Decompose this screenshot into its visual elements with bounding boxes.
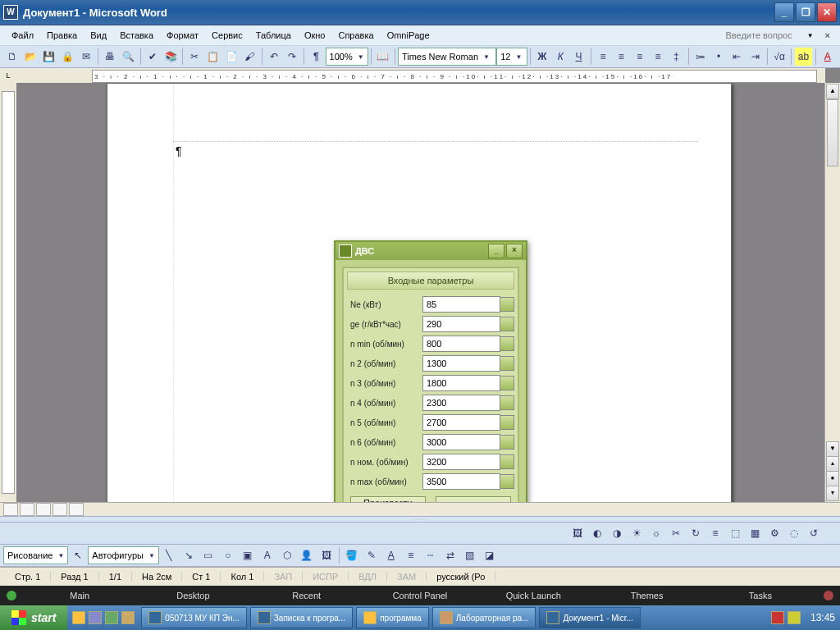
spell-icon[interactable]: ✔ <box>144 48 160 66</box>
start-button[interactable]: start <box>0 605 67 630</box>
web-view-icon[interactable] <box>20 503 34 516</box>
font-combo[interactable]: Times New Roman▼ <box>398 48 496 66</box>
calculate-button[interactable]: Произвести расчет <box>350 496 426 502</box>
param-input[interactable]: 2300 <box>422 395 500 411</box>
param-input[interactable]: 85 <box>422 296 500 313</box>
format-painter-icon[interactable]: 🖌 <box>241 48 258 66</box>
param-ellipsis-button[interactable] <box>500 317 514 331</box>
insert-pic-icon[interactable]: 🖼 <box>317 546 336 564</box>
maximize-button[interactable]: ❐ <box>796 2 815 22</box>
task-button[interactable]: Записка к програ... <box>250 607 353 628</box>
outdent-icon[interactable]: ⇤ <box>728 48 745 66</box>
param-input[interactable]: 800 <box>422 336 500 352</box>
line-weight-icon[interactable]: ≡ <box>402 546 420 564</box>
outline-view-icon[interactable] <box>52 503 67 516</box>
drawing-menu[interactable]: Рисование▼ <box>3 546 68 564</box>
param-ellipsis-button[interactable] <box>500 376 514 390</box>
crop-icon[interactable]: ✂ <box>667 524 685 542</box>
align-left-icon[interactable]: ≡ <box>595 48 611 66</box>
param-ellipsis-button[interactable] <box>500 474 514 489</box>
param-input[interactable]: 3500 <box>422 473 500 490</box>
menu-view[interactable]: Вид <box>84 29 113 42</box>
open-icon[interactable]: 📂 <box>22 48 39 66</box>
save-icon[interactable]: 💾 <box>41 48 57 66</box>
normal-view-icon[interactable] <box>3 503 18 516</box>
numbering-icon[interactable]: ≔ <box>692 48 709 66</box>
param-ellipsis-button[interactable] <box>500 415 514 430</box>
clipart-icon[interactable]: 👤 <box>298 546 316 564</box>
arrow-style-icon[interactable]: ⇄ <box>441 546 459 564</box>
redo-icon[interactable]: ↷ <box>284 48 300 66</box>
font-size-combo[interactable]: 12▼ <box>496 48 527 66</box>
undo-icon[interactable]: ↶ <box>266 48 282 66</box>
task-button[interactable]: Лабораторная ра... <box>432 607 536 628</box>
dialog-close-button[interactable]: × <box>506 244 523 258</box>
bold-icon[interactable]: Ж <box>534 48 550 66</box>
tray-icon[interactable] <box>771 611 784 624</box>
menu-window[interactable]: Окно <box>298 29 332 42</box>
task-button[interactable]: программа <box>356 607 429 628</box>
reset-pic-icon[interactable]: ↺ <box>805 524 823 542</box>
underline-icon[interactable]: Ч <box>570 48 587 66</box>
dash-style-icon[interactable]: ┄ <box>422 546 440 564</box>
ql-icon[interactable] <box>121 611 135 624</box>
copy-icon[interactable]: 📋 <box>205 48 221 66</box>
task-button[interactable]: Документ1 - Micr... <box>539 607 640 628</box>
transparent-icon[interactable]: ◌ <box>785 524 803 542</box>
shell-dot-left-icon[interactable] <box>7 591 16 600</box>
horizontal-ruler[interactable]: 3 · ı · 2 · ı · 1 · ı · · ı · 1 · ı · 2 … <box>16 68 825 84</box>
close-dialog-button[interactable]: Закрыть <box>436 496 511 502</box>
menu-format[interactable]: Формат <box>160 29 205 42</box>
dialog-titlebar[interactable]: ДВС _ × <box>336 242 526 260</box>
shell-dot-right-icon[interactable] <box>824 591 833 600</box>
cut-icon[interactable]: ✂ <box>186 48 203 66</box>
arrow-icon[interactable]: ↘ <box>180 546 198 564</box>
bullets-icon[interactable]: • <box>710 48 727 66</box>
print-icon[interactable]: 🖶 <box>102 48 118 66</box>
browse-object-icon[interactable]: ● <box>826 471 839 486</box>
rect-icon[interactable]: ▭ <box>199 546 217 564</box>
autoshapes-menu[interactable]: Автофигуры▼ <box>88 546 159 564</box>
compress-icon[interactable]: ⬚ <box>726 524 744 542</box>
contrast-less-icon[interactable]: ◑ <box>608 524 626 542</box>
ql-icon[interactable] <box>72 611 85 624</box>
font-color2-icon[interactable]: A <box>382 546 400 564</box>
param-ellipsis-button[interactable] <box>500 435 514 450</box>
doc-close-button[interactable]: × <box>820 30 835 40</box>
param-ellipsis-button[interactable] <box>500 356 514 371</box>
shell-quick[interactable]: Quick Launch <box>477 591 590 600</box>
param-ellipsis-button[interactable] <box>500 395 514 410</box>
menu-table[interactable]: Таблица <box>249 29 298 42</box>
menu-tools[interactable]: Сервис <box>205 29 249 42</box>
line-color-icon[interactable]: ✎ <box>363 546 381 564</box>
prev-page-icon[interactable]: ▴ <box>826 456 839 472</box>
shell-cpanel[interactable]: Control Panel <box>363 591 477 600</box>
next-page-icon[interactable]: ▾ <box>826 486 839 501</box>
new-icon[interactable]: 🗋 <box>4 48 21 66</box>
shell-tasks[interactable]: Tasks <box>704 591 817 600</box>
vertical-scrollbar[interactable]: ▲ ▼ ▴ ● ▾ <box>824 83 840 502</box>
split-handle[interactable]: · · · · · <box>0 516 840 523</box>
align-center-icon[interactable]: ≡ <box>613 48 629 66</box>
menu-file[interactable]: Файл <box>5 29 40 42</box>
tray-icon[interactable] <box>788 611 801 624</box>
select-icon[interactable]: ↖ <box>69 546 87 564</box>
rotate-icon[interactable]: ↻ <box>687 524 705 542</box>
zoom-combo[interactable]: 100%▼ <box>326 48 368 66</box>
param-ellipsis-button[interactable] <box>500 454 514 469</box>
read-icon[interactable]: 📖 <box>375 48 391 66</box>
task-button[interactable]: 050713 МУ КП Эн... <box>141 607 246 628</box>
preview-icon[interactable]: 🔍 <box>120 48 136 66</box>
dialog-minimize-button[interactable]: _ <box>488 244 504 258</box>
highlight-icon[interactable]: ab <box>795 48 811 66</box>
ask-box[interactable]: Введите вопрос <box>719 29 801 42</box>
menu-omnipage[interactable]: OmniPage <box>381 29 436 42</box>
oval-icon[interactable]: ○ <box>219 546 237 564</box>
menu-help[interactable]: Справка <box>331 29 380 42</box>
indent-icon[interactable]: ⇥ <box>747 48 764 66</box>
param-input[interactable]: 3200 <box>422 454 500 470</box>
param-input[interactable]: 2700 <box>422 414 500 431</box>
brightness-icon[interactable]: ☀ <box>628 524 646 542</box>
justify-icon[interactable]: ≡ <box>650 48 666 66</box>
permission-icon[interactable]: 🔒 <box>59 48 75 66</box>
